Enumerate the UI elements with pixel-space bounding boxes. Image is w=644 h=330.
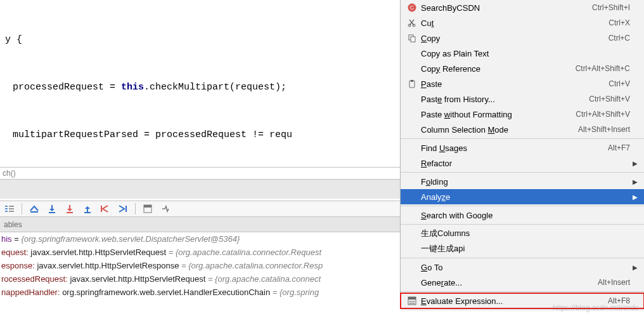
menu-item-shortcut: Ctrl+Shift+V	[589, 95, 630, 103]
menu-item-label: Search with Google	[418, 211, 630, 220]
separator	[22, 203, 22, 214]
svg-rect-26	[411, 80, 413, 82]
menu-item[interactable]: Paste from History...Ctrl+Shift+V	[401, 91, 644, 107]
svg-rect-3	[9, 206, 14, 207]
menu-item-label: SearchByCSDN	[418, 3, 592, 13]
menu-separator	[401, 291, 644, 292]
cut-icon	[406, 18, 418, 27]
menu-item-shortcut: Alt+Insert	[598, 278, 630, 287]
submenu-arrow-icon: ▶	[630, 160, 638, 167]
menu-item-shortcut: Ctrl+Alt+Shift+C	[576, 64, 630, 73]
svg-point-29	[409, 301, 411, 302]
menu-separator	[401, 258, 644, 258]
svg-rect-0	[5, 206, 8, 207]
drop-frame-icon[interactable]	[100, 203, 111, 214]
submenu-arrow-icon: ▶	[630, 194, 638, 201]
svg-rect-24	[411, 37, 415, 42]
svg-rect-2	[5, 211, 8, 212]
svg-point-33	[411, 303, 413, 304]
menu-item-shortcut: Ctrl+C	[609, 34, 630, 43]
menu-item-label: Refactor	[418, 159, 630, 168]
menu-item[interactable]: Analyze▶	[401, 189, 644, 204]
calc-icon	[406, 296, 418, 305]
context-menu: CSearchByCSDNCtrl+Shift+ICutCtrl+XCopyCt…	[400, 0, 644, 308]
menu-item[interactable]: Paste without FormattingCtrl+Alt+Shift+V	[401, 107, 644, 122]
menu-item[interactable]: PasteCtrl+V	[401, 76, 644, 91]
svg-rect-1	[5, 208, 8, 209]
menu-item[interactable]: 生成Columns	[401, 226, 644, 241]
menu-item-label: Paste without Formatting	[418, 110, 576, 119]
copy-icon	[406, 34, 418, 43]
svg-point-32	[409, 303, 411, 304]
menu-item-shortcut: Alt+F7	[608, 143, 630, 152]
menu-separator	[401, 172, 644, 173]
svg-rect-5	[9, 211, 14, 212]
menu-item[interactable]: Refactor▶	[401, 155, 644, 171]
menu-item-label: Analyze	[418, 192, 630, 202]
menu-item-shortcut: Ctrl+Alt+Shift+V	[576, 110, 630, 119]
menu-item-label: Copy Reference	[418, 64, 576, 74]
svg-rect-28	[408, 297, 416, 300]
stack-icon[interactable]	[4, 203, 15, 214]
menu-separator	[401, 206, 644, 206]
menu-item[interactable]: Generate...Alt+Insert	[401, 275, 644, 290]
menu-item[interactable]: CopyCtrl+C	[401, 30, 644, 46]
run-to-cursor-icon[interactable]	[117, 203, 129, 214]
menu-item-label: 生成Columns	[418, 228, 630, 239]
menu-item-label: Go To	[418, 263, 630, 272]
menu-item-shortcut: Alt+Shift+Insert	[578, 125, 630, 134]
step-over-icon[interactable]	[29, 203, 40, 214]
svg-point-34	[413, 303, 415, 304]
menu-item-label: Paste from History...	[418, 95, 589, 104]
menu-item-label: Evaluate Expression...	[418, 296, 608, 306]
menu-item[interactable]: Column Selection ModeAlt+Shift+Insert	[401, 122, 644, 137]
trace-icon[interactable]	[160, 203, 171, 214]
menu-item-label: Folding	[418, 177, 630, 187]
csdn-icon: C	[406, 3, 418, 12]
svg-rect-4	[9, 208, 14, 209]
menu-item[interactable]: Folding▶	[401, 174, 644, 189]
menu-separator	[401, 224, 644, 225]
step-out-icon[interactable]	[82, 203, 93, 214]
menu-item-label: Find Usages	[418, 143, 608, 153]
menu-item[interactable]: Go To▶	[401, 260, 644, 275]
menu-item-label: Cut	[418, 18, 609, 28]
menu-item-shortcut: Alt+F8	[608, 296, 630, 305]
menu-item[interactable]: Copy as Plain Text	[401, 46, 644, 61]
menu-item[interactable]: Evaluate Expression...Alt+F8	[401, 293, 644, 308]
menu-item-label: Paste	[418, 79, 609, 89]
menu-item-label: Generate...	[418, 278, 598, 287]
separator	[135, 203, 136, 214]
menu-item-shortcut: Ctrl+X	[609, 18, 630, 27]
evaluate-icon[interactable]	[142, 203, 153, 214]
menu-item-label: Copy	[418, 34, 609, 43]
breadcrumb-text: ch()	[3, 169, 16, 178]
svg-point-31	[413, 301, 415, 302]
menu-item-label: Copy as Plain Text	[418, 49, 630, 58]
menu-item[interactable]: Find UsagesAlt+F7	[401, 140, 644, 155]
menu-item[interactable]: 一键生成api	[401, 241, 644, 256]
step-into-icon[interactable]	[46, 203, 58, 214]
menu-item[interactable]: CutCtrl+X	[401, 15, 644, 30]
svg-rect-16	[144, 205, 151, 208]
paste-icon	[406, 79, 418, 88]
menu-item-shortcut: Ctrl+V	[609, 79, 630, 88]
variables-header-label: ables	[4, 220, 22, 229]
menu-item[interactable]: Search with Google	[401, 208, 644, 223]
menu-item-label: Column Selection Mode	[418, 125, 578, 135]
menu-item-shortcut: Ctrl+Shift+I	[592, 3, 630, 12]
menu-item-label: 一键生成api	[418, 243, 630, 254]
submenu-arrow-icon: ▶	[630, 178, 638, 185]
menu-separator	[401, 138, 644, 139]
menu-item[interactable]: Copy ReferenceCtrl+Alt+Shift+C	[401, 61, 644, 76]
menu-item[interactable]: CSearchByCSDNCtrl+Shift+I	[401, 0, 644, 15]
force-step-into-icon[interactable]	[64, 203, 75, 214]
svg-point-30	[411, 301, 413, 302]
svg-text:C: C	[410, 4, 415, 11]
submenu-arrow-icon: ▶	[630, 264, 638, 271]
